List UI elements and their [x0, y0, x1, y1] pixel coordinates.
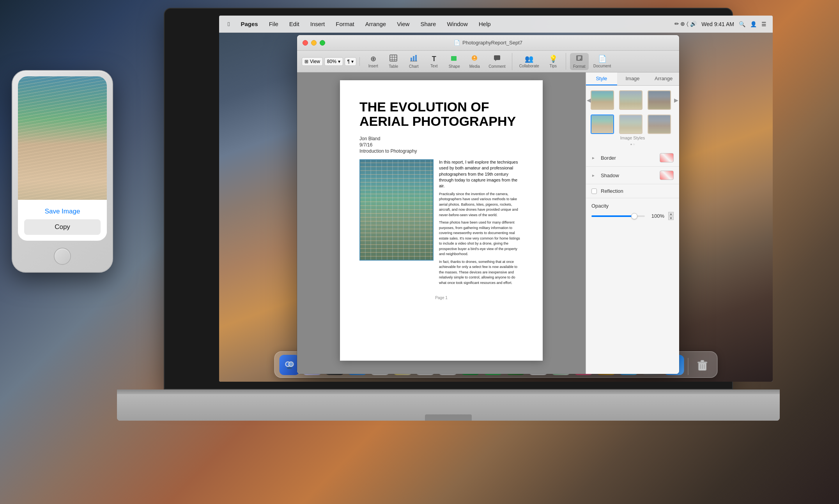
- toolbar-format-btn[interactable]: Format: [570, 53, 589, 70]
- svg-rect-7: [415, 55, 417, 61]
- zoom-arrow: ▾: [338, 59, 340, 64]
- shape-icon: [450, 55, 458, 63]
- iphone-copy-button[interactable]: Copy: [24, 219, 101, 235]
- opacity-increment[interactable]: ▲: [668, 212, 674, 216]
- laptop-hinge: [117, 389, 780, 394]
- toolbar-media-btn[interactable]: Media: [465, 53, 484, 70]
- help-menu[interactable]: Help: [476, 20, 493, 28]
- image-style-2[interactable]: [619, 90, 643, 110]
- format-panel: Style Image Arrange ◀ ▶: [586, 72, 679, 374]
- iphone-body: Save Image Copy: [12, 70, 113, 273]
- window-minimize-button[interactable]: [311, 40, 317, 46]
- toolbar-insert-btn[interactable]: ⊕ Insert: [364, 53, 382, 70]
- dock-divider: [688, 358, 689, 375]
- border-row: ► Border: [586, 149, 679, 167]
- view-selector[interactable]: ⊞ View: [302, 57, 323, 66]
- format-menu[interactable]: Format: [333, 20, 357, 28]
- menubar-menu-icon[interactable]: ☰: [761, 21, 766, 27]
- view-menu[interactable]: View: [395, 20, 412, 28]
- iphone-save-button[interactable]: Save Image: [24, 205, 101, 218]
- zoom-selector[interactable]: 80% ▾: [324, 57, 343, 66]
- paragraph-selector[interactable]: ¶ ▾: [345, 57, 356, 66]
- text-icon: T: [432, 55, 436, 63]
- styles-next-arrow[interactable]: ▶: [674, 97, 678, 103]
- svg-rect-6: [413, 56, 414, 61]
- toolbar-shape-btn[interactable]: Shape: [445, 53, 464, 70]
- opacity-value: 100%: [649, 213, 664, 219]
- shadow-label: Shadow: [601, 173, 656, 178]
- iphone-photo: [18, 76, 107, 200]
- toolbar-collaborate-btn[interactable]: 👥 Collaborate: [516, 53, 542, 70]
- menubar-search[interactable]: 🔍: [739, 21, 745, 27]
- page-subtitle: Introduction to Photography: [359, 148, 523, 154]
- file-menu[interactable]: File: [267, 20, 281, 28]
- toolbar-group-format: Format 📄 Document: [570, 53, 618, 70]
- border-arrow[interactable]: ►: [591, 156, 595, 160]
- svg-rect-12: [494, 55, 500, 60]
- opacity-decrement[interactable]: ▼: [668, 216, 674, 220]
- toolbar-document-btn[interactable]: 📄 Document: [590, 53, 614, 70]
- arrange-menu[interactable]: Arrange: [363, 20, 388, 28]
- menubar-user[interactable]: 👤: [750, 21, 757, 27]
- tab-style[interactable]: Style: [586, 72, 617, 85]
- laptop-base-body: [117, 394, 780, 421]
- window-maximize-button[interactable]: [320, 40, 325, 46]
- svg-rect-5: [411, 58, 412, 61]
- pages-content: THE EVOLUTION OF AERIAL PHOTOGRAPHY Jon …: [297, 72, 679, 374]
- image-style-1[interactable]: [591, 90, 614, 110]
- image-style-5[interactable]: [619, 115, 643, 134]
- border-color-picker[interactable]: [660, 153, 674, 162]
- share-menu[interactable]: Share: [418, 20, 438, 28]
- image-styles-dots: ● ○: [586, 143, 679, 149]
- window-close-button[interactable]: [303, 40, 308, 46]
- menubar-right: ✏ ⊛ 〈 🔊 Wed 9:41 AM 🔍 👤 ☰: [674, 21, 766, 27]
- tab-arrange[interactable]: Arrange: [648, 72, 679, 85]
- dock-item-trash[interactable]: [692, 355, 713, 375]
- toolbar-comment-btn[interactable]: Comment: [485, 53, 508, 70]
- toolbar-table-btn[interactable]: Table: [384, 53, 403, 70]
- svg-rect-73: [701, 360, 704, 362]
- toolbar-group-insert: ⊕ Insert: [364, 53, 512, 70]
- body-text-3: In fact, thanks to drones, something tha…: [439, 259, 523, 286]
- image-style-6[interactable]: [648, 115, 671, 134]
- edit-menu[interactable]: Edit: [287, 20, 302, 28]
- toolbar-tips-btn[interactable]: 💡 Tips: [544, 53, 563, 70]
- page-photo[interactable]: [359, 159, 434, 261]
- opacity-slider[interactable]: [591, 215, 645, 217]
- document-icon: 📄: [454, 40, 460, 46]
- laptop-screen:  Pages File Edit Insert Format Arrange …: [219, 16, 773, 382]
- toolbar-text-btn[interactable]: T Text: [425, 53, 443, 70]
- page-body: In this report, I will explore the techn…: [359, 159, 523, 288]
- styles-prev-arrow[interactable]: ◀: [587, 97, 591, 103]
- app-name[interactable]: Pages: [238, 20, 260, 28]
- media-icon: [471, 55, 478, 63]
- image-style-3[interactable]: [648, 90, 671, 110]
- reflection-checkbox[interactable]: [591, 189, 597, 194]
- menubar-icons: ✏ ⊛ 〈 🔊: [674, 21, 697, 27]
- shadow-row: ► Shadow: [586, 167, 679, 184]
- insert-icon: ⊕: [370, 55, 376, 63]
- dock-item-finder[interactable]: [280, 355, 300, 375]
- iphone-home-button[interactable]: [54, 248, 71, 265]
- image-styles-grid: ◀ ▶: [586, 86, 679, 115]
- window-titlebar: 📄 PhotographyReport_Sept7: [297, 35, 679, 51]
- window-menu[interactable]: Window: [444, 20, 470, 28]
- toolbar-chart-btn[interactable]: Chart: [404, 53, 423, 70]
- toolbar: ⊞ View 80% ▾ ¶ ▾: [297, 51, 679, 72]
- table-icon: [389, 55, 397, 63]
- svg-marker-13: [495, 60, 496, 61]
- format-icon: [575, 55, 583, 63]
- shadow-color-picker[interactable]: [660, 171, 674, 180]
- image-style-4[interactable]: [591, 115, 614, 134]
- svg-point-11: [474, 56, 475, 58]
- reflection-row: Reflection: [586, 184, 679, 198]
- document-area[interactable]: THE EVOLUTION OF AERIAL PHOTOGRAPHY Jon …: [297, 72, 586, 374]
- body-text-2: These photos have been used for many dif…: [439, 220, 523, 257]
- insert-menu[interactable]: Insert: [308, 20, 327, 28]
- comment-icon: [493, 55, 501, 63]
- shadow-arrow[interactable]: ►: [591, 173, 595, 178]
- apple-menu[interactable]: : [225, 20, 232, 28]
- window-controls: [303, 40, 325, 46]
- tab-image[interactable]: Image: [617, 72, 648, 85]
- reflection-label: Reflection: [601, 188, 674, 194]
